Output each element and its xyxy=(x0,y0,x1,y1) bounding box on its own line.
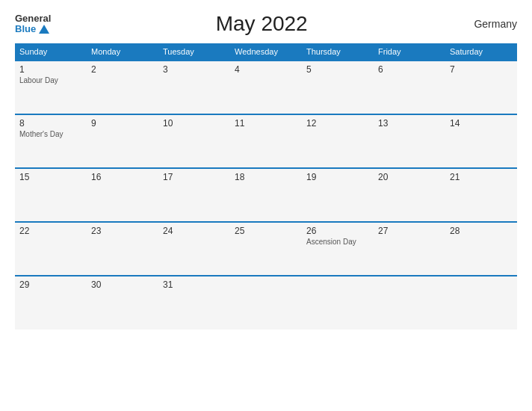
days-of-week-row: Sunday Monday Tuesday Wednesday Thursday… xyxy=(15,43,517,61)
day-number: 15 xyxy=(19,172,82,182)
calendar-cell: 20 xyxy=(374,168,445,222)
day-number: 3 xyxy=(163,64,226,75)
calendar-cell: 10 xyxy=(158,114,230,168)
calendar-cell: 22 xyxy=(15,222,87,276)
day-number: 31 xyxy=(163,279,226,290)
day-number: 14 xyxy=(450,118,513,129)
calendar-cell: 11 xyxy=(230,114,302,168)
day-event: Ascension Day xyxy=(306,238,369,246)
country-label: Germany xyxy=(472,18,517,30)
day-number: 5 xyxy=(306,64,369,75)
col-sunday: Sunday xyxy=(15,43,87,61)
calendar-cell: 3 xyxy=(158,61,230,114)
day-number: 25 xyxy=(235,226,297,236)
calendar-cell: 16 xyxy=(87,168,158,222)
day-number: 12 xyxy=(306,118,369,129)
day-number: 11 xyxy=(235,118,297,129)
calendar-cell: 30 xyxy=(87,276,158,330)
day-number: 21 xyxy=(450,172,513,182)
calendar-cell: 7 xyxy=(445,61,517,114)
calendar-cell: 12 xyxy=(302,114,374,168)
day-number: 10 xyxy=(163,118,226,129)
header: General Blue May 2022 Germany xyxy=(15,12,517,36)
day-number: 20 xyxy=(378,172,441,182)
day-number: 29 xyxy=(19,279,82,290)
calendar-cell: 26Ascension Day xyxy=(302,222,374,276)
calendar-cell: 1Labour Day xyxy=(15,61,87,114)
col-monday: Monday xyxy=(87,43,158,61)
day-event: Labour Day xyxy=(19,76,82,84)
calendar-cell: 8Mother's Day xyxy=(15,114,87,168)
calendar-cell: 23 xyxy=(87,222,158,276)
day-event: Mother's Day xyxy=(19,130,82,138)
day-number: 8 xyxy=(19,118,82,129)
calendar-cell xyxy=(302,276,374,330)
calendar-cell: 28 xyxy=(445,222,517,276)
day-number: 2 xyxy=(91,64,154,75)
col-wednesday: Wednesday xyxy=(230,43,302,61)
col-tuesday: Tuesday xyxy=(158,43,230,61)
calendar-table: Sunday Monday Tuesday Wednesday Thursday… xyxy=(15,43,517,330)
calendar-cell: 19 xyxy=(302,168,374,222)
col-friday: Friday xyxy=(374,43,445,61)
calendar-cell: 18 xyxy=(230,168,302,222)
calendar-week-row: 15161718192021 xyxy=(15,168,517,222)
day-number: 4 xyxy=(235,64,297,75)
calendar-cell: 15 xyxy=(15,168,87,222)
day-number: 7 xyxy=(450,64,513,75)
calendar-cell: 29 xyxy=(15,276,87,330)
logo-blue-text: Blue xyxy=(15,24,51,34)
calendar-cell: 5 xyxy=(302,61,374,114)
calendar-header: Sunday Monday Tuesday Wednesday Thursday… xyxy=(15,43,517,61)
calendar-cell: 14 xyxy=(445,114,517,168)
calendar-cell xyxy=(230,276,302,330)
calendar-cell: 2 xyxy=(87,61,158,114)
calendar-title: May 2022 xyxy=(51,12,472,36)
calendar-week-row: 1Labour Day234567 xyxy=(15,61,517,114)
calendar-cell: 31 xyxy=(158,276,230,330)
logo: General Blue xyxy=(15,13,51,35)
calendar-week-row: 2223242526Ascension Day2728 xyxy=(15,222,517,276)
day-number: 17 xyxy=(163,172,226,182)
calendar-week-row: 8Mother's Day91011121314 xyxy=(15,114,517,168)
calendar-body: 1Labour Day2345678Mother's Day9101112131… xyxy=(15,61,517,330)
calendar-cell xyxy=(374,276,445,330)
calendar-cell: 21 xyxy=(445,168,517,222)
calendar-cell: 4 xyxy=(230,61,302,114)
day-number: 6 xyxy=(378,64,441,75)
day-number: 23 xyxy=(91,226,154,236)
calendar-cell: 9 xyxy=(87,114,158,168)
day-number: 18 xyxy=(235,172,297,182)
day-number: 24 xyxy=(163,226,226,236)
day-number: 16 xyxy=(91,172,154,182)
day-number: 19 xyxy=(306,172,369,182)
col-thursday: Thursday xyxy=(302,43,374,61)
page: General Blue May 2022 Germany Sunday Mon… xyxy=(0,0,532,411)
logo-triangle-icon xyxy=(39,25,49,34)
calendar-week-row: 293031 xyxy=(15,276,517,330)
day-number: 13 xyxy=(378,118,441,129)
calendar-cell: 24 xyxy=(158,222,230,276)
calendar-cell: 17 xyxy=(158,168,230,222)
calendar-cell: 25 xyxy=(230,222,302,276)
day-number: 1 xyxy=(19,64,82,75)
calendar-cell xyxy=(445,276,517,330)
day-number: 26 xyxy=(306,226,369,236)
day-number: 28 xyxy=(450,226,513,236)
calendar-cell: 6 xyxy=(374,61,445,114)
col-saturday: Saturday xyxy=(445,43,517,61)
day-number: 30 xyxy=(91,279,154,290)
calendar-cell: 27 xyxy=(374,222,445,276)
day-number: 22 xyxy=(19,226,82,236)
logo-general-text: General xyxy=(15,13,51,24)
day-number: 27 xyxy=(378,226,441,236)
day-number: 9 xyxy=(91,118,154,129)
calendar-cell: 13 xyxy=(374,114,445,168)
